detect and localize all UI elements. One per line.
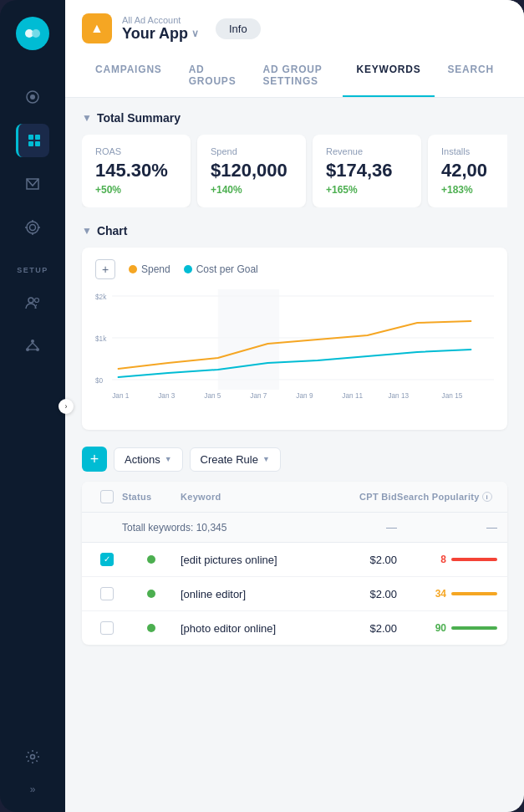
spend-legend-label: Spend (141, 263, 170, 275)
actions-label: Actions (125, 453, 160, 466)
actions-dropdown[interactable]: Actions ▼ (114, 447, 183, 472)
logo[interactable] (16, 17, 49, 50)
status-header: Status (122, 492, 181, 502)
row3-checkbox[interactable] (100, 621, 114, 635)
svg-line-19 (28, 343, 33, 348)
chart-legend: Spend Cost per Goal (129, 263, 258, 275)
collapse-icon[interactable]: » (30, 784, 36, 795)
svg-rect-5 (35, 135, 40, 140)
roas-label: ROAS (95, 146, 177, 156)
summary-cards: ROAS 145.30% +50% Spend $120,000 +140% R… (82, 135, 507, 207)
row2-pop-bar (451, 592, 497, 595)
sidebar-item-network[interactable] (16, 329, 49, 363)
installs-value: 42,00 (441, 160, 507, 181)
sidebar-item-campaigns[interactable] (16, 124, 49, 157)
sidebar-item-users[interactable] (16, 286, 49, 319)
sidebar: SETUP › (0, 0, 65, 812)
spend-legend-dot (129, 265, 137, 273)
table-row: [online editor] $2.00 34 (82, 577, 507, 611)
row3-keyword: [photo editor online] (181, 622, 322, 635)
setup-label: SETUP (17, 266, 48, 274)
svg-point-15 (35, 299, 39, 303)
tab-campaigns[interactable]: CAMPAIGNS (82, 55, 176, 97)
spend-legend: Spend (129, 263, 170, 275)
spend-value: $120,000 (211, 160, 293, 181)
row1-status-dot (147, 555, 155, 564)
app-icon: ▲ (82, 13, 112, 43)
spend-card: Spend $120,000 +140% (197, 135, 306, 207)
header: ▲ All Ad Account Your App ∨ Info CAMPAIG… (65, 0, 524, 98)
row3-popularity: 90 (397, 622, 497, 634)
chart-header: + Spend Cost per Goal (95, 259, 494, 279)
actions-bar: + Actions ▼ Create Rule ▼ (82, 447, 507, 472)
create-rule-caret-icon: ▼ (262, 455, 270, 463)
table-row: [edit pictures online] $2.00 8 (82, 543, 507, 577)
roas-card: ROAS 145.30% +50% (82, 135, 191, 207)
revenue-change: +165% (326, 184, 408, 196)
add-keyword-button[interactable]: + (82, 447, 107, 472)
total-keywords-label: Totall keywords: 10,345 (122, 522, 322, 534)
svg-text:Jan 3: Jan 3 (158, 391, 175, 400)
main-content: ▲ All Ad Account Your App ∨ Info CAMPAIG… (65, 0, 524, 812)
tab-search[interactable]: SEARCH (435, 55, 507, 97)
installs-change: +183% (441, 184, 507, 196)
svg-text:Jan 7: Jan 7 (250, 391, 267, 400)
search-pop-info-icon[interactable]: i (482, 492, 492, 502)
row3-pop-num: 90 (430, 622, 446, 634)
info-button[interactable]: Info (216, 18, 261, 39)
sidebar-expand-btn[interactable]: › (59, 399, 74, 414)
actions-caret-icon: ▼ (165, 455, 172, 463)
cpt-bid-header: CPT Bid (322, 492, 397, 502)
tab-ad-groups[interactable]: AD GROUPS (176, 55, 250, 97)
row1-checkbox[interactable] (100, 553, 114, 566)
sidebar-item-targeting[interactable] (16, 211, 49, 244)
total-summary-label: Total Summary (97, 111, 181, 125)
create-rule-dropdown[interactable]: Create Rule ▼ (190, 447, 281, 472)
svg-point-1 (32, 29, 40, 38)
cpg-legend-label: Cost per Goal (196, 263, 258, 275)
chevron-down-icon[interactable]: ∨ (191, 28, 199, 39)
svg-text:Jan 9: Jan 9 (296, 391, 313, 400)
svg-rect-29 (218, 289, 279, 390)
chart-add-button[interactable]: + (95, 259, 115, 279)
row2-keyword: [online editor] (181, 588, 322, 600)
summary-chevron-icon: ▼ (82, 112, 92, 124)
app-info: All Ad Account Your App ∨ (122, 15, 199, 43)
row2-bid: $2.00 (322, 588, 397, 600)
chart-section-header[interactable]: ▼ Chart (82, 224, 507, 237)
row3-pop-bar (451, 626, 497, 630)
sidebar-item-dashboard[interactable] (16, 80, 49, 114)
revenue-label: Revenue (326, 146, 408, 156)
chart-label: Chart (97, 224, 128, 237)
chart-section: + Spend Cost per Goal (82, 248, 507, 430)
svg-line-20 (33, 343, 38, 348)
total-bid-dash: — (322, 521, 397, 534)
row2-pop-num: 34 (430, 588, 446, 600)
create-rule-label: Create Rule (201, 453, 258, 466)
installs-label: Installs (441, 146, 507, 156)
spend-label: Spend (211, 146, 293, 156)
revenue-card: Revenue $174,36 +165% (313, 135, 421, 207)
row2-status-dot (147, 590, 155, 598)
svg-text:Jan 11: Jan 11 (342, 391, 363, 400)
select-all-checkbox[interactable] (100, 490, 114, 503)
row1-pop-num: 8 (430, 554, 446, 565)
svg-rect-6 (28, 141, 33, 146)
svg-text:$2k: $2k (95, 293, 107, 301)
tab-keywords[interactable]: KEYWORDS (343, 55, 434, 97)
table-row: [photo editor online] $2.00 90 (82, 611, 507, 645)
settings-icon[interactable] (16, 740, 49, 774)
roas-change: +50% (95, 184, 177, 196)
sidebar-item-messages[interactable] (16, 167, 49, 201)
tab-ad-group-settings[interactable]: AD GROUP SETTINGS (249, 55, 343, 97)
total-summary-header[interactable]: ▼ Total Summary (82, 111, 507, 125)
roas-value: 145.30% (95, 160, 177, 181)
chart-chevron-icon: ▼ (82, 225, 92, 237)
svg-point-22 (31, 755, 35, 759)
row3-status-dot (147, 624, 155, 632)
svg-rect-7 (35, 141, 40, 146)
content-area: ▼ Total Summary ROAS 145.30% +50% Spend … (65, 98, 524, 812)
svg-point-16 (31, 340, 34, 343)
row2-checkbox[interactable] (100, 587, 114, 600)
header-top: ▲ All Ad Account Your App ∨ Info (82, 13, 507, 43)
